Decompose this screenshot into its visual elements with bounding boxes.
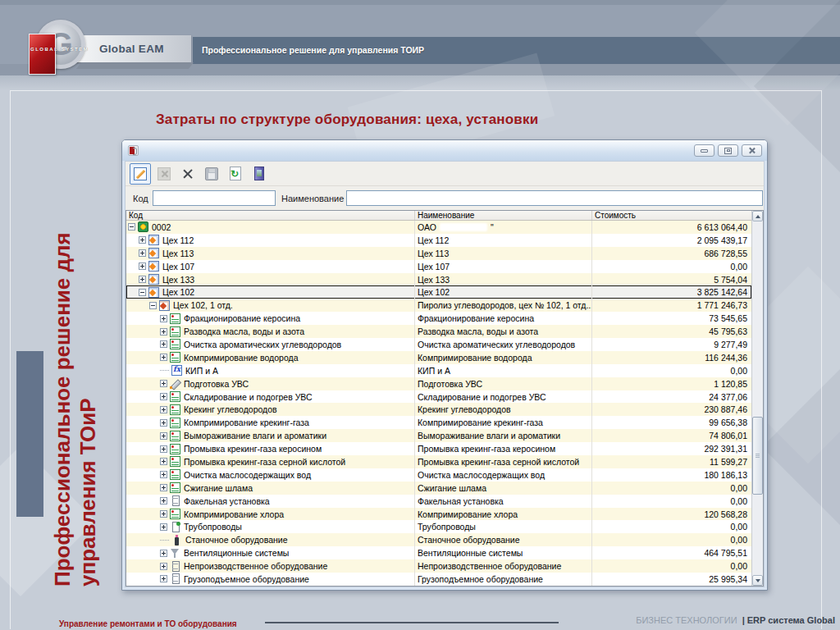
minimize-button[interactable] <box>694 144 714 157</box>
table-row[interactable]: Очистка ароматических углеводородовОчист… <box>126 338 751 351</box>
expand-icon[interactable] <box>160 510 167 518</box>
row-name: Трубопроводы <box>415 520 592 533</box>
table-row[interactable]: Разводка масла, воды и азотаРазводка мас… <box>126 325 751 338</box>
table-row[interactable]: Компримирование крекинг-газаКомпримирова… <box>126 416 751 429</box>
expand-icon[interactable] <box>139 276 146 283</box>
refresh-button[interactable] <box>225 163 246 185</box>
name-filter-input[interactable] <box>346 190 763 206</box>
expand-icon[interactable] <box>139 249 146 257</box>
table-row[interactable]: Компримирование хлораКомпримирование хло… <box>126 508 751 521</box>
expand-icon[interactable] <box>160 575 167 582</box>
column-header-cost[interactable]: Стоимость <box>592 211 751 220</box>
collapse-icon[interactable] <box>128 223 135 231</box>
tree-table-body: 0002ОАО"6 613 064,40Цех 112Цех 1122 095 … <box>126 221 751 586</box>
expand-icon[interactable] <box>160 419 167 427</box>
row-code: Компримирование хлора <box>184 509 284 519</box>
window-titlebar[interactable] <box>122 140 767 161</box>
row-name: ОАО" <box>415 221 592 234</box>
table-row[interactable]: Промывка крекинг-газа серной кислотойПро… <box>126 455 751 468</box>
expand-icon[interactable] <box>160 393 167 400</box>
expand-icon[interactable] <box>139 236 146 244</box>
row-name: Компримирование хлора <box>415 508 592 521</box>
tree-cell: Цех 112 <box>126 234 415 247</box>
close-button[interactable] <box>742 144 762 157</box>
expand-icon[interactable] <box>160 315 167 322</box>
expand-icon[interactable] <box>160 328 167 336</box>
expand-icon[interactable] <box>160 354 167 361</box>
table-row[interactable]: Цех 102Цех 1023 825 142,64 <box>126 285 751 299</box>
table-row[interactable]: Промывка крекинг-газа керосиномПромывка … <box>126 442 751 455</box>
table-row[interactable]: Грузоподъемное оборудованиеГрузоподъемно… <box>126 573 751 586</box>
row-cost: 0,00 <box>592 482 751 495</box>
name-filter-label: Наименование <box>281 194 344 203</box>
row-cost: 6 613 064,40 <box>592 221 751 234</box>
table-row[interactable]: КИП и АКИП и А0,00 <box>126 364 751 377</box>
code-filter-input[interactable] <box>153 190 276 206</box>
scroll-up-button[interactable] <box>752 211 763 221</box>
delete-button[interactable] <box>177 163 199 185</box>
tree-cell: Промывка крекинг-газа серной кислотой <box>126 455 415 468</box>
tree-cell: Очистка ароматических углеводородов <box>126 338 415 351</box>
table-row[interactable]: Подготовка УВСПодготовка УВС1 120,85 <box>126 377 751 390</box>
sidebar-accent-bar <box>16 351 43 517</box>
scroll-down-button[interactable] <box>752 575 763 586</box>
expand-icon[interactable] <box>160 563 167 570</box>
footer-left-text: Управление ремонтами и ТО оборудования <box>59 619 237 628</box>
table-row[interactable]: Вентиляционные системыВентиляционные сис… <box>126 546 751 559</box>
expand-icon[interactable] <box>160 380 167 387</box>
workshop-icon <box>148 235 159 245</box>
expand-icon[interactable] <box>139 262 146 270</box>
save-icon <box>205 167 218 180</box>
table-row[interactable]: Сжигание шламаСжигание шлама0,00 <box>126 482 751 495</box>
table-row[interactable]: Фракционирование керосинаФракционировани… <box>126 312 751 325</box>
row-cost: 45 795,63 <box>592 325 751 338</box>
tree-cell: Трубопроводы <box>126 520 415 533</box>
table-row[interactable]: ТрубопроводыТрубопроводы0,00 <box>126 520 751 533</box>
slide-page: Global EAM G GLOBAL SYSTEM Профессиональ… <box>0 0 840 630</box>
expand-icon[interactable] <box>160 458 167 465</box>
table-row[interactable]: Факельная установкаФакельная установка0,… <box>126 495 751 508</box>
row-name: Вымораживание влаги и ароматики <box>415 429 592 442</box>
table-row[interactable]: Цех 102, 1 отд.Пиролиз углеводородов, це… <box>126 299 751 312</box>
row-code: Компримирование водорода <box>184 353 299 363</box>
table-row[interactable]: Непроизводственное оборудованиеНепроизво… <box>126 559 751 573</box>
table-row[interactable]: Станочное оборудованиеСтаночное оборудов… <box>126 533 751 546</box>
expand-icon[interactable] <box>160 445 167 453</box>
table-row[interactable]: Цех 112Цех 1122 095 439,17 <box>126 234 751 247</box>
scrollbar-thumb[interactable] <box>752 417 763 495</box>
table-row[interactable]: 0002ОАО"6 613 064,40 <box>126 221 751 234</box>
table-row[interactable]: Компримирование водородаКомпримирование … <box>126 351 751 364</box>
tree-cell: Компримирование крекинг-газа <box>126 416 415 429</box>
column-header-code[interactable]: Код <box>126 211 415 220</box>
clear-button[interactable] <box>153 163 175 185</box>
row-cost: 0,00 <box>592 260 751 273</box>
exit-button[interactable] <box>249 163 270 185</box>
save-button[interactable] <box>201 163 222 185</box>
table-row[interactable]: Вымораживание влаги и ароматикиВыморажив… <box>126 429 751 442</box>
collapse-icon[interactable] <box>149 302 157 309</box>
table-row[interactable]: Складирование и подогрев УВССкладировани… <box>126 390 751 404</box>
expand-icon[interactable] <box>160 523 167 531</box>
maximize-button[interactable] <box>718 144 738 157</box>
exit-icon <box>254 167 264 180</box>
expand-icon[interactable] <box>160 340 167 348</box>
expand-icon[interactable] <box>160 471 167 478</box>
slide-title: Затраты по структуре оборудования: цеха,… <box>156 112 538 128</box>
tree-leaf-connector <box>160 540 169 541</box>
table-row[interactable]: Очистка маслосодержащих водОчистка масло… <box>126 468 751 482</box>
collapse-icon[interactable] <box>139 289 146 296</box>
table-row[interactable]: Цех 107Цех 1070,00 <box>126 260 751 273</box>
expand-icon[interactable] <box>160 484 167 491</box>
edit-button[interactable] <box>130 163 151 185</box>
table-row[interactable]: Цех 133Цех 1335 754,04 <box>126 273 751 286</box>
row-cost: 0,00 <box>592 533 751 546</box>
unit-icon <box>170 469 180 480</box>
expand-icon[interactable] <box>160 406 167 413</box>
table-row[interactable]: Крекинг углеводородовКрекинг углеводород… <box>126 403 751 416</box>
table-row[interactable]: Цех 113Цех 113686 728,55 <box>126 247 751 260</box>
expand-icon[interactable] <box>160 432 167 440</box>
expand-icon[interactable] <box>160 550 167 557</box>
vertical-scrollbar[interactable] <box>751 211 763 586</box>
column-header-name[interactable]: Наименование <box>415 211 592 220</box>
expand-icon[interactable] <box>160 497 167 504</box>
